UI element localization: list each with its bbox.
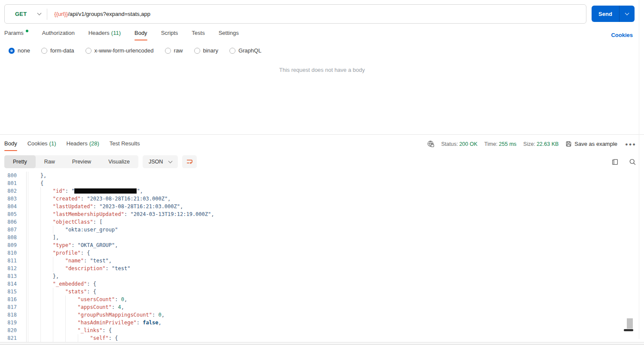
indent-guide: [40, 303, 53, 311]
method-label: GET: [15, 11, 27, 17]
tab-scripts[interactable]: Scripts: [161, 30, 178, 40]
indent-guide: [65, 327, 78, 334]
response-tab-body[interactable]: Body: [4, 140, 17, 151]
json-token: "objectClass": [53, 219, 93, 225]
indent-guide: [53, 265, 65, 272]
wrap-lines-button[interactable]: [182, 155, 197, 168]
json-token: ],: [53, 234, 59, 240]
body-type-raw[interactable]: raw: [165, 47, 183, 54]
stat-label: Time:: [484, 141, 497, 147]
indent-guide: [53, 226, 65, 234]
line-content: "appsCount": 4,: [27, 303, 124, 311]
line-number: 810: [0, 249, 27, 257]
json-token: 4: [118, 304, 121, 310]
url-input[interactable]: {{url}}/api/v1/groups?expand=stats,app: [47, 11, 586, 17]
code-line: 813},: [0, 272, 644, 280]
body-type-graphql[interactable]: GraphQL: [229, 47, 261, 54]
json-token: "appsCount": [78, 304, 112, 310]
code-line: 815"stats": {: [0, 288, 644, 296]
json-token: "description": [65, 265, 106, 271]
view-tab-visualize[interactable]: Visualize: [100, 155, 138, 168]
method-select[interactable]: GET: [5, 5, 47, 23]
url-row: GET {{url}}/api/v1/groups?expand=stats,a…: [0, 0, 644, 24]
json-token: : {: [109, 335, 118, 341]
code-line: 818"groupPushMappingsCount": 0,: [0, 311, 644, 319]
response-body-viewer[interactable]: 800},801{802"id": "",803"created": "2023…: [0, 172, 644, 342]
save-as-example-button[interactable]: Save as example: [565, 141, 617, 147]
view-tab-preview[interactable]: Preview: [64, 155, 100, 168]
stat-label: Size:: [523, 141, 535, 147]
response-toolbar: PrettyRawPreviewVisualize JSON: [0, 155, 644, 168]
send-options-button[interactable]: [619, 6, 635, 22]
body-type-none[interactable]: none: [9, 47, 30, 54]
line-content: "_links": {: [27, 327, 112, 334]
code-line: 817"appsCount": 4,: [0, 303, 644, 311]
copy-icon[interactable]: [611, 158, 619, 166]
json-token: },: [40, 172, 46, 179]
body-type-binary[interactable]: binary: [194, 47, 218, 54]
response-tab-test-results[interactable]: Test Results: [110, 140, 140, 151]
stat-size: Size:22.63 KB: [523, 141, 559, 147]
code-line: 804"lastUpdated": "2023-08-28T16:21:03.0…: [0, 203, 644, 210]
toolbar-right: [611, 158, 636, 166]
cookies-link[interactable]: Cookies: [611, 32, 633, 38]
response-tab-headers[interactable]: Headers(28): [67, 140, 99, 151]
json-token: "lastUpdated": [53, 203, 93, 209]
line-content: "objectClass": [: [27, 218, 102, 226]
line-number: 805: [0, 210, 27, 218]
json-token: : {: [87, 281, 96, 287]
tab-headers[interactable]: Headers(11): [89, 30, 121, 40]
tab-params[interactable]: Params: [4, 30, 28, 40]
body-type-x-www-form-urlencoded[interactable]: x-www-form-urlencoded: [85, 47, 154, 54]
format-select[interactable]: JSON: [143, 155, 178, 168]
line-number: 819: [0, 319, 27, 327]
json-token: "test": [112, 265, 130, 271]
search-icon[interactable]: [629, 158, 636, 166]
json-token: ,: [158, 320, 161, 326]
response-tab-cookies[interactable]: Cookies(1): [27, 140, 56, 151]
tab-body[interactable]: Body: [134, 30, 147, 40]
chevron-down-icon: [168, 159, 173, 163]
save-icon: [565, 141, 572, 147]
scrollbar-thumb[interactable]: [627, 318, 633, 329]
indent-guide: [40, 226, 53, 234]
radio-icon: [194, 48, 200, 54]
response-tab-label: Body: [4, 140, 17, 147]
tab-tests[interactable]: Tests: [192, 30, 204, 40]
json-token: : {: [87, 289, 96, 295]
indent-guide: [28, 195, 40, 203]
indent-guide: [40, 257, 53, 265]
json-token: "type": [53, 242, 71, 248]
json-token: "2024-03-13T19:12:19.000Z": [130, 211, 211, 217]
json-token: :: [115, 296, 121, 302]
more-options-icon[interactable]: ●●●: [625, 142, 636, 147]
view-tab-pretty[interactable]: Pretty: [4, 155, 36, 168]
json-token: "usersCount": [78, 296, 115, 302]
indent-guide: [40, 218, 53, 226]
line-content: "hasAdminPrivilege": false,: [27, 319, 162, 327]
indent-guide: [28, 218, 40, 226]
json-token: : {: [102, 327, 112, 333]
radio-icon: [85, 48, 92, 54]
tab-label: Body: [134, 30, 147, 36]
line-content: "groupPushMappingsCount": 0,: [27, 311, 165, 319]
json-token: },: [53, 273, 59, 279]
indent-guide: [40, 241, 53, 249]
body-type-label: none: [18, 47, 30, 54]
indent-guide: [28, 311, 40, 319]
network-lock-icon[interactable]: [427, 140, 434, 148]
send-button[interactable]: Send: [592, 6, 619, 22]
tab-authorization[interactable]: Authorization: [42, 30, 75, 40]
body-type-form-data[interactable]: form-data: [41, 47, 74, 54]
indent-guide: [40, 296, 53, 303]
line-number: 818: [0, 311, 27, 319]
radio-icon: [165, 48, 171, 54]
view-tab-raw[interactable]: Raw: [36, 155, 64, 168]
radio-selected-icon: [9, 48, 15, 54]
tab-label: Headers: [89, 30, 110, 36]
code-line: 819"hasAdminPrivilege": false,: [0, 319, 644, 327]
line-content: "lastMembershipUpdated": "2024-03-13T19:…: [27, 210, 214, 218]
indent-guide: [28, 257, 40, 265]
tab-settings[interactable]: Settings: [219, 30, 239, 40]
line-content: {: [27, 179, 43, 187]
